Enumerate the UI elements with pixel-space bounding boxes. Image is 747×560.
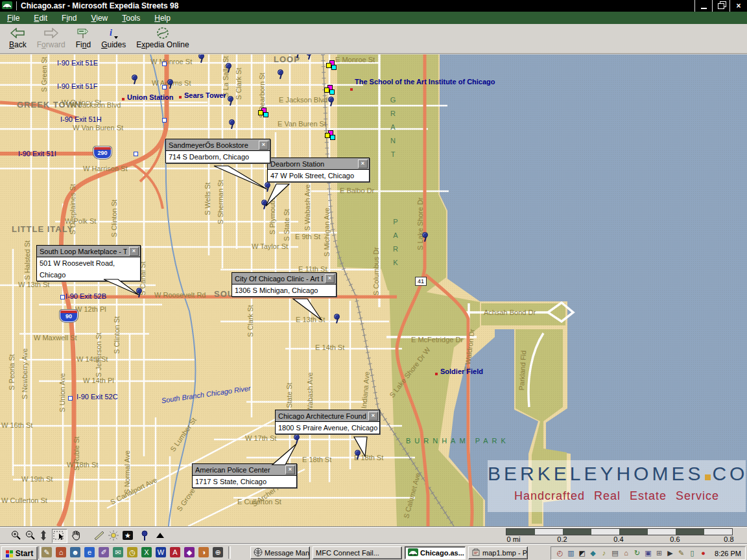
multicolor-marker[interactable] bbox=[326, 60, 336, 70]
pushpin[interactable] bbox=[228, 96, 235, 106]
pushpin[interactable] bbox=[229, 119, 236, 130]
forward-button[interactable]: Forward bbox=[32, 24, 71, 50]
zoom-level-tool[interactable] bbox=[36, 529, 51, 542]
menu-tools[interactable]: Tools bbox=[115, 12, 147, 24]
ql-palette-icon[interactable]: ◑ bbox=[198, 547, 209, 557]
tray-meter-icon[interactable]: ▥ bbox=[566, 548, 576, 558]
pushpin[interactable] bbox=[306, 54, 313, 60]
pushpin[interactable] bbox=[328, 97, 335, 107]
callout-close-icon[interactable]: × bbox=[368, 412, 378, 421]
select-tool[interactable] bbox=[52, 529, 67, 543]
park-label: BURNHAM PARK bbox=[406, 437, 510, 445]
callout-close-icon[interactable]: × bbox=[358, 159, 368, 169]
zoom-in-tool[interactable] bbox=[9, 529, 23, 542]
callout-title: Chicago Architecture Founda bbox=[278, 412, 366, 420]
favorites-tool[interactable]: ★ bbox=[121, 529, 135, 542]
callout-close-icon[interactable]: × bbox=[129, 247, 139, 256]
tray-printer-icon[interactable]: ▤ bbox=[610, 548, 620, 558]
tray-home-icon[interactable]: ⌂ bbox=[621, 548, 631, 558]
ql-acrobat-icon[interactable]: A bbox=[170, 547, 180, 557]
pushpin[interactable] bbox=[198, 54, 206, 64]
menu-view[interactable]: View bbox=[84, 12, 115, 24]
watermark-tagline: Handcrafted Real Estate Service bbox=[488, 487, 746, 504]
pushpin[interactable] bbox=[132, 75, 139, 85]
measure-tool[interactable] bbox=[92, 529, 106, 542]
interstate-shield: 90 bbox=[60, 310, 78, 322]
menu-find[interactable]: Find bbox=[54, 12, 84, 24]
street-label: W Harrison St bbox=[83, 165, 127, 172]
highlight-tool[interactable] bbox=[106, 529, 121, 542]
minimize-button[interactable] bbox=[694, 0, 712, 12]
ql-mail-icon[interactable]: ✉ bbox=[113, 547, 123, 557]
pushpin[interactable] bbox=[422, 232, 429, 242]
pushpin[interactable] bbox=[167, 79, 174, 89]
tray-schedule-icon[interactable]: ◴ bbox=[555, 548, 565, 558]
poi-marker[interactable] bbox=[350, 88, 353, 91]
pushpin-tool[interactable] bbox=[137, 529, 152, 542]
menu-file[interactable]: File bbox=[0, 12, 27, 24]
pan-tool[interactable] bbox=[69, 529, 83, 542]
pushpin[interactable] bbox=[294, 434, 301, 445]
pushpin[interactable] bbox=[355, 450, 362, 460]
street-label: S Lumber St bbox=[169, 416, 198, 453]
ql-clock-icon[interactable]: ◷ bbox=[127, 547, 137, 557]
start-button[interactable]: Start bbox=[1, 546, 38, 560]
ql-excel-icon[interactable]: X bbox=[141, 547, 152, 557]
task-mfc-connect[interactable]: MFC Connect Fail... bbox=[313, 546, 402, 559]
street-label: W Roosevelt Rd bbox=[154, 291, 206, 299]
pushpin[interactable] bbox=[334, 314, 341, 324]
ql-contacts-icon[interactable]: ☻ bbox=[70, 547, 80, 557]
find-button[interactable]: Find bbox=[71, 24, 96, 50]
callout-close-icon[interactable]: × bbox=[285, 465, 295, 474]
ql-globe-icon[interactable]: ⊕ bbox=[213, 547, 223, 557]
pushpin[interactable] bbox=[294, 54, 302, 59]
pushpin[interactable] bbox=[265, 182, 272, 192]
street-label: S State St bbox=[283, 209, 290, 241]
ql-draw-icon[interactable]: ✐ bbox=[99, 547, 109, 557]
tray-display-icon[interactable]: ▣ bbox=[643, 548, 653, 558]
expedia-online-button[interactable]: Expedia Online bbox=[131, 24, 194, 50]
multicolor-marker[interactable] bbox=[325, 130, 335, 140]
pushpin[interactable] bbox=[278, 69, 285, 80]
tray-battery-icon[interactable]: ▯ bbox=[687, 548, 697, 558]
ql-home-icon[interactable]: ⌂ bbox=[56, 547, 66, 557]
ql-ie-icon[interactable]: e bbox=[84, 547, 95, 557]
watermark-tld: COM bbox=[712, 463, 747, 484]
guides-button[interactable]: iGuides bbox=[96, 24, 131, 50]
callout-close-icon[interactable]: × bbox=[325, 274, 335, 283]
poi-marker[interactable] bbox=[179, 96, 182, 99]
tray-volume-icon[interactable]: ♪ bbox=[599, 548, 609, 558]
pushpin[interactable] bbox=[136, 288, 143, 298]
zoom-out-tool[interactable] bbox=[23, 529, 38, 542]
task-map1-paint[interactable]: map1.bmp - P... bbox=[468, 546, 528, 559]
scale-label: 0.8 bbox=[724, 535, 733, 543]
back-button[interactable]: Back bbox=[4, 24, 32, 50]
poi-marker[interactable] bbox=[122, 98, 124, 100]
multicolor-marker[interactable] bbox=[258, 108, 268, 117]
tray-shield-icon[interactable]: ◆ bbox=[588, 548, 598, 558]
callout-close-icon[interactable]: × bbox=[259, 141, 268, 150]
ql-word-icon[interactable]: W bbox=[156, 547, 166, 557]
tray-calc-icon[interactable]: ⊞ bbox=[654, 548, 664, 558]
multicolor-marker[interactable] bbox=[324, 85, 334, 95]
pushpin[interactable] bbox=[226, 63, 233, 73]
tray-traffic-icon[interactable]: ● bbox=[698, 548, 708, 558]
tray-notes-icon[interactable]: ✎ bbox=[676, 548, 686, 558]
close-button[interactable]: × bbox=[729, 0, 747, 12]
task-message-manager[interactable]: Message Man... bbox=[250, 546, 310, 559]
tray-sync-icon[interactable]: ↻ bbox=[632, 548, 642, 558]
ql-channels-icon[interactable]: ✎ bbox=[42, 547, 52, 557]
task-chicago[interactable]: Chicago.as... bbox=[405, 546, 466, 559]
street-label: W 12th Pl bbox=[75, 305, 106, 313]
tray-pointer-icon[interactable]: ▶ bbox=[665, 548, 675, 558]
menu-help[interactable]: Help bbox=[147, 12, 178, 24]
ql-quicken-icon[interactable]: ◆ bbox=[184, 547, 195, 557]
tray-flag-icon[interactable]: ◩ bbox=[577, 548, 587, 558]
pushpin[interactable] bbox=[261, 200, 268, 210]
menu-edit[interactable]: Edit bbox=[27, 12, 54, 24]
collapse-tool[interactable] bbox=[153, 529, 167, 542]
map-canvas[interactable]: GREEK TOWNLOOPLITTLE ITALYSOUTH LOOPGRAN… bbox=[0, 54, 747, 526]
callout-title-bar: South Loop Marketplace - Tu× bbox=[37, 246, 140, 257]
poi-marker[interactable] bbox=[435, 373, 438, 375]
restore-button[interactable] bbox=[712, 0, 729, 12]
